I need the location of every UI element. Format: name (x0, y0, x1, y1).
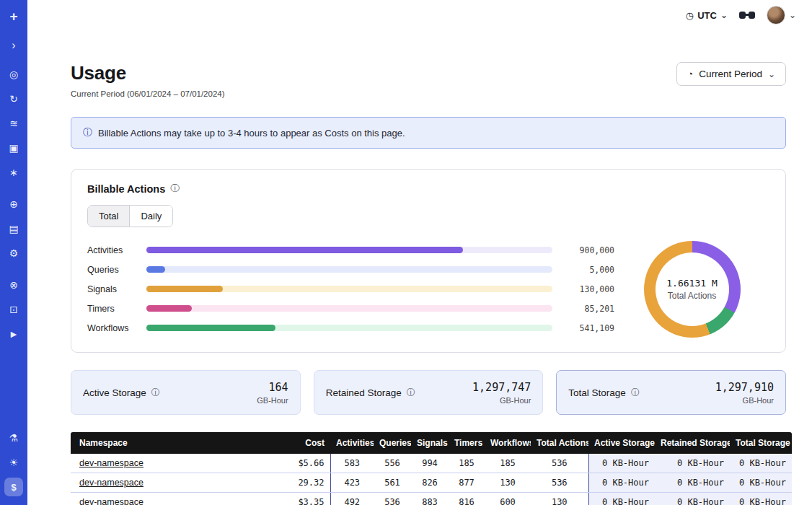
bar-chart: Activities 900,000 Queries 5,000 Signals (87, 240, 614, 338)
timezone-label: UTC (697, 10, 717, 21)
info-icon[interactable]: ⓘ (151, 387, 160, 399)
active-storage-card: Active Storage ⓘ 164 GB-Hour (71, 370, 301, 415)
bar-label: Workflows (87, 323, 146, 333)
bar-row-activities: Activities 900,000 (87, 240, 614, 260)
page-title: Usage (71, 62, 225, 84)
signals-cell: 994 (411, 454, 449, 473)
stat-unit: GB-Hour (472, 396, 531, 405)
bar-track (146, 266, 552, 273)
rocket-icon[interactable]: ► (4, 325, 23, 343)
table-row: dev-namespace $5.66 583 556 994 185 185 … (71, 454, 792, 473)
stat-label: Active Storage (83, 387, 146, 398)
usage-billing-active-icon[interactable]: $ (4, 478, 23, 496)
main-content: Usage Current Period (06/01/2024 – 07/01… (27, 30, 812, 505)
stat-unit: GB-Hour (715, 396, 774, 405)
billable-actions-card: Billable Actions ⓘ Total Daily Activitie… (71, 169, 786, 353)
workflows-icon[interactable]: ◎ (4, 65, 23, 84)
col-namespace: Namespace (71, 432, 271, 454)
bar-label: Timers (87, 304, 146, 314)
donut-chart: 1.66131 M Total Actions (614, 241, 769, 338)
retained-storage-cell: 0 KB-Hour (655, 493, 730, 505)
bar-row-timers: Timers 85,201 (87, 299, 614, 318)
deployments-icon[interactable]: ≋ (4, 114, 23, 133)
active-storage-cell: 0 KB-Hour (588, 454, 655, 473)
queries-cell: 556 (374, 454, 411, 473)
bar-track (146, 305, 552, 312)
table-row: dev-namespace 29.32 423 561 826 877 130 … (71, 473, 792, 493)
timezone-selector[interactable]: ◷ UTC ⌄ (686, 10, 728, 21)
user-menu[interactable]: ⌄ (767, 6, 796, 25)
temporal-logo-icon[interactable]: + (4, 7, 23, 26)
bar-fill (146, 266, 165, 273)
stat-unit: GB-Hour (257, 396, 288, 405)
cost-cell: $3.35 (271, 493, 330, 505)
active-storage-cell: 0 KB-Hour (588, 473, 655, 493)
tab-total[interactable]: Total (88, 206, 130, 227)
expand-nav-icon[interactable]: › (4, 36, 23, 55)
cost-cell: $5.66 (271, 454, 330, 473)
tab-daily[interactable]: Daily (130, 206, 172, 227)
col-workflows: Workflows (485, 432, 531, 454)
donut-total-value: 1.66131 M (666, 278, 717, 289)
info-banner-text: Billable Actions may take up to 3-4 hour… (98, 128, 405, 139)
retained-storage-card: Retained Storage ⓘ 1,297,747 GB-Hour (314, 370, 544, 415)
support-icon[interactable]: ⊗ (4, 276, 23, 294)
donut-ring: 1.66131 M Total Actions (644, 241, 741, 338)
chevron-down-icon: ⌄ (720, 10, 728, 20)
chart-area: Activities 900,000 Queries 5,000 Signals (87, 240, 769, 338)
table-header-row: Namespace Cost Activities Queries Signal… (71, 432, 792, 454)
bar-label: Signals (87, 284, 146, 294)
namespace-link[interactable]: dev-namespace (79, 497, 144, 505)
cost-cell: 29.32 (271, 473, 330, 493)
namespace-cell: dev-namespace (71, 473, 271, 493)
col-cost: Cost (271, 432, 330, 454)
bar-row-signals: Signals 130,000 (87, 279, 614, 299)
total-storage-cell: 0 KB-Hour (730, 454, 792, 473)
namespaces-icon[interactable]: ▣ (4, 139, 23, 157)
bar-label: Queries (87, 265, 146, 275)
table-row: dev-namespace $3.35 492 536 883 816 600 … (71, 493, 792, 505)
sidebar-group-bottom: ⚗ ☀ $ (4, 429, 23, 496)
nexus-icon[interactable]: ∗ (4, 163, 23, 182)
namespace-cell: dev-namespace (71, 454, 271, 473)
chevron-down-icon: ⌄ (768, 69, 775, 79)
namespace-cell: dev-namespace (71, 493, 271, 505)
sidebar: + › ◎ ↻ ≋ ▣ ∗ ⊕ ▤ ⚙ ⊗ ⊡ ► ⚗ ☀ $ (0, 0, 27, 505)
info-icon[interactable]: ⓘ (407, 387, 415, 399)
info-icon[interactable]: ⓘ (631, 387, 640, 399)
usage-icon[interactable]: ⊕ (4, 195, 23, 214)
app-root: + › ◎ ↻ ≋ ▣ ∗ ⊕ ▤ ⚙ ⊗ ⊡ ► ⚗ ☀ $ ◷ (0, 0, 812, 505)
page-header: Usage Current Period (06/01/2024 – 07/01… (71, 62, 786, 98)
total-storage-cell: 0 KB-Hour (730, 493, 792, 505)
period-button-label: Current Period (699, 69, 762, 79)
timers-cell: 185 (449, 454, 485, 473)
activities-cell: 492 (330, 493, 374, 505)
theme-toggle-icon[interactable]: ☀ (4, 453, 23, 472)
docs-icon[interactable]: ⊡ (4, 300, 23, 319)
col-retained-storage: Retained Storage (655, 432, 730, 454)
goggles-icon[interactable] (739, 11, 755, 20)
donut-center: 1.66131 M Total Actions (656, 252, 729, 326)
bar-track (146, 325, 552, 331)
namespace-link[interactable]: dev-namespace (79, 458, 144, 468)
info-icon[interactable]: ⓘ (170, 183, 180, 195)
stat-value: 164 (257, 381, 288, 394)
total-actions-cell: 130 (531, 493, 588, 505)
bar-fill (146, 247, 463, 253)
col-total-actions: Total Actions (531, 432, 588, 454)
bar-label: Activities (87, 245, 146, 255)
activities-cell: 423 (330, 473, 374, 493)
active-storage-cell: 0 KB-Hour (588, 493, 655, 505)
bar-value: 5,000 (558, 265, 614, 275)
topbar: ◷ UTC ⌄ ⌄ (27, 0, 812, 30)
lab-flask-icon[interactable]: ⚗ (4, 429, 23, 447)
billing-icon[interactable]: ▤ (4, 219, 23, 238)
schedules-icon[interactable]: ↻ (4, 89, 23, 108)
sidebar-group-main: ◎ ↻ ≋ ▣ ∗ (4, 65, 23, 182)
stopwatch-icon: ◔ (687, 69, 693, 79)
signals-cell: 883 (411, 493, 449, 505)
namespace-link[interactable]: dev-namespace (79, 478, 144, 488)
settings-gear-icon[interactable]: ⚙ (4, 244, 23, 263)
billable-actions-title: Billable Actions (87, 183, 165, 195)
period-selector-button[interactable]: ◔ Current Period ⌄ (676, 62, 786, 86)
